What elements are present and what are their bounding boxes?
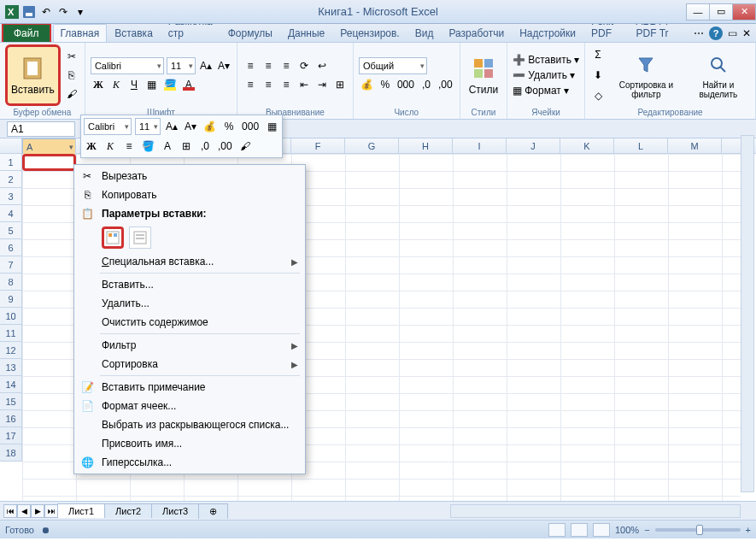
mini-merge-icon[interactable]: ⊞	[179, 138, 194, 155]
wrap-text-icon[interactable]: ↩	[314, 57, 330, 74]
minimize-button[interactable]: —	[686, 3, 710, 21]
qat-more-icon[interactable]: ▾	[73, 5, 87, 19]
row-header[interactable]: 13	[0, 359, 21, 376]
mini-percent-icon[interactable]: %	[221, 118, 237, 135]
col-header[interactable]: L	[614, 138, 668, 153]
row-header[interactable]: 5	[0, 222, 21, 239]
row-header[interactable]: 7	[0, 256, 21, 274]
indent-dec-icon[interactable]: ⇤	[296, 76, 312, 93]
copy-icon[interactable]: ⎘	[64, 67, 79, 84]
view-pagebreak-button[interactable]	[593, 523, 610, 537]
cells-insert-button[interactable]: ➕Вставить ▾	[513, 54, 579, 66]
mini-font-select[interactable]: Calibri	[84, 118, 132, 135]
ctx-delete[interactable]: Удалить...	[76, 294, 303, 313]
fill-color-icon[interactable]: 🪣	[162, 76, 179, 93]
ctx-clear[interactable]: Очистить содержимое	[76, 313, 303, 332]
bold-button[interactable]: Ж	[91, 76, 106, 93]
tab-data[interactable]: Данные	[280, 24, 332, 42]
mini-italic-button[interactable]: К	[103, 138, 118, 155]
ctx-insert[interactable]: Вставить...	[76, 275, 303, 294]
number-format-select[interactable]: Общий	[359, 57, 427, 74]
format-painter-icon[interactable]: 🖌	[64, 85, 79, 103]
horizontal-scrollbar[interactable]	[450, 504, 741, 518]
fill-icon[interactable]: ⬇	[590, 67, 606, 84]
ctx-sort[interactable]: Сортировка▶	[76, 355, 303, 374]
currency-icon[interactable]: 💰	[359, 76, 375, 93]
mini-font-color-icon[interactable]: A	[160, 138, 175, 155]
col-header[interactable]: H	[399, 138, 453, 153]
col-header[interactable]: J	[507, 138, 560, 153]
grow-font-icon[interactable]: A▴	[198, 57, 214, 74]
mini-border-icon[interactable]: ▦	[264, 118, 279, 135]
ctx-dropdown[interactable]: Выбрать из раскрывающегося списка...	[76, 415, 303, 434]
redo-icon[interactable]: ↷	[56, 5, 70, 19]
row-header[interactable]: 4	[0, 205, 21, 222]
row-header[interactable]: 16	[0, 410, 21, 427]
styles-button[interactable]: Стили	[466, 44, 502, 106]
underline-button[interactable]: Ч	[126, 76, 142, 93]
select-all-corner[interactable]	[0, 138, 22, 154]
col-header[interactable]: M	[668, 138, 722, 153]
ctx-filter[interactable]: Фильтр▶	[76, 336, 303, 355]
paste-option-all[interactable]	[102, 226, 124, 249]
find-select-button[interactable]: Найти и выделить	[687, 44, 750, 106]
ctx-name[interactable]: Присвоить имя...	[76, 434, 303, 453]
tab-insert[interactable]: Вставка	[107, 24, 161, 42]
zoom-in-button[interactable]: +	[746, 525, 751, 535]
font-size-select[interactable]: 11	[167, 57, 196, 74]
mini-shrink-font-icon[interactable]: A▾	[183, 118, 198, 135]
col-header[interactable]: K	[560, 138, 614, 153]
font-name-select[interactable]: Calibri	[91, 57, 164, 74]
mini-align-icon[interactable]: ≡	[121, 138, 137, 155]
row-header[interactable]: 14	[0, 376, 21, 393]
border-icon[interactable]: ▦	[144, 76, 160, 93]
orientation-icon[interactable]: ⟳	[296, 57, 312, 74]
row-header[interactable]: 12	[0, 342, 21, 359]
ctx-hyperlink[interactable]: 🌐Гиперссылка...	[76, 453, 303, 472]
name-box[interactable]: A1	[7, 121, 75, 137]
sheet-nav-prev[interactable]: ◀	[17, 504, 31, 518]
ctx-paste-special[interactable]: ССпециальная вставка...пециальная вставк…	[76, 252, 303, 271]
comma-icon[interactable]: 000	[396, 76, 416, 93]
col-header-a[interactable]: A	[22, 138, 76, 156]
percent-icon[interactable]: %	[378, 76, 393, 93]
file-tab[interactable]: Файл	[2, 23, 51, 42]
merge-icon[interactable]: ⊞	[332, 76, 348, 93]
tab-review[interactable]: Рецензиров.	[332, 24, 407, 42]
mini-inc-dec-icon[interactable]: ,0	[197, 138, 213, 155]
sheet-nav-last[interactable]: ⏭	[44, 504, 58, 518]
indent-inc-icon[interactable]: ⇥	[314, 76, 330, 93]
row-header[interactable]: 2	[0, 171, 21, 188]
col-header[interactable]: F	[291, 138, 345, 153]
align-right-icon[interactable]: ≡	[278, 76, 294, 93]
tab-formulas[interactable]: Формулы	[220, 24, 280, 42]
view-normal-button[interactable]	[548, 523, 566, 537]
align-center-icon[interactable]: ≡	[261, 76, 276, 93]
sheet-tab-new[interactable]: ⊕	[198, 503, 228, 519]
row-header[interactable]: 17	[0, 427, 21, 444]
row-header[interactable]: 15	[0, 393, 21, 410]
zoom-slider[interactable]	[655, 528, 741, 532]
save-icon[interactable]	[22, 5, 36, 19]
help-icon[interactable]: ?	[709, 26, 723, 40]
sheet-tab-2[interactable]: Лист2	[104, 503, 152, 518]
mini-currency-icon[interactable]: 💰	[202, 118, 218, 135]
align-bottom-icon[interactable]: ≡	[278, 57, 294, 74]
col-header[interactable]: I	[453, 138, 507, 153]
view-layout-button[interactable]	[571, 523, 588, 537]
tab-developer[interactable]: Разработчи	[441, 24, 512, 42]
row-header[interactable]: 11	[0, 325, 21, 342]
cut-icon[interactable]: ✂	[64, 48, 79, 65]
mini-bold-button[interactable]: Ж	[84, 138, 99, 155]
autosum-icon[interactable]: Σ	[590, 46, 606, 63]
col-header[interactable]: G	[345, 138, 399, 153]
zoom-out-button[interactable]: −	[644, 525, 649, 535]
tab-home[interactable]: Главная	[53, 24, 108, 42]
sort-filter-button[interactable]: Сортировка и фильтр	[609, 44, 683, 106]
row-header[interactable]: 18	[0, 444, 21, 462]
tab-view[interactable]: Вид	[407, 24, 442, 42]
mini-comma-icon[interactable]: 000	[240, 118, 261, 135]
close-button[interactable]: ✕	[732, 3, 756, 21]
undo-icon[interactable]: ↶	[39, 5, 53, 19]
ctx-copy[interactable]: ⎘Копировать	[76, 185, 303, 204]
